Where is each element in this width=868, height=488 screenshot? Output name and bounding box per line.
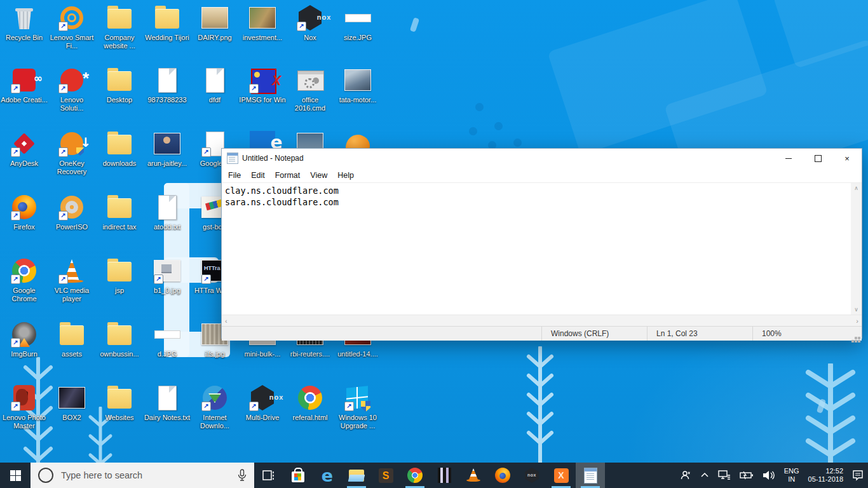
desktop-icon-downloads-folder[interactable]: downloads xyxy=(96,130,143,168)
desktop-icon-lenovo-smart-fill[interactable]: Lenovo Smart Fi... xyxy=(48,4,95,50)
action-center-icon xyxy=(852,470,864,481)
ownbussin-folder-icon xyxy=(105,320,133,348)
desktop-icon-recycle-bin[interactable]: Recycle Bin xyxy=(1,4,48,42)
nox-player-icon: nox xyxy=(524,468,539,483)
desktop-icon-wedding-tijori-folder[interactable]: Wedding Tijori xyxy=(144,4,191,42)
search-input[interactable] xyxy=(60,470,230,481)
desktop-icon-assets-folder[interactable]: assets xyxy=(48,320,95,358)
desktop-icon-anydesk[interactable]: AnyDesk xyxy=(1,130,48,168)
desktop-icon-label: Lenovo Smart Fi... xyxy=(48,34,95,50)
websites-folder-icon xyxy=(105,384,133,412)
taskbar-app-sublime-text[interactable]: S xyxy=(371,463,400,488)
action-center-button[interactable] xyxy=(848,463,868,488)
taskbar-app-nox-player[interactable]: nox xyxy=(517,463,546,488)
start-button[interactable] xyxy=(0,463,31,488)
desktop-icon-investment-image[interactable]: investment... xyxy=(239,4,286,42)
taskbar-app-vlc[interactable] xyxy=(459,463,488,488)
resize-grip[interactable] xyxy=(858,337,860,339)
shortcut-arrow-icon xyxy=(201,147,211,157)
notepad-titlebar[interactable]: Untitled - Notepad × xyxy=(222,149,862,168)
menu-file[interactable]: File xyxy=(223,169,246,182)
notepad-app-icon xyxy=(227,152,238,164)
investment-image-icon xyxy=(248,4,276,32)
desktop-icon-company-website-folder[interactable]: Company website ... xyxy=(96,4,143,50)
taskbar-app-notepad[interactable] xyxy=(576,463,605,488)
desktop-icon-internet-download-manager[interactable]: Internet Downlo... xyxy=(191,384,238,430)
network-button[interactable] xyxy=(714,463,735,488)
people-button[interactable] xyxy=(675,463,696,488)
media-app-h-icon xyxy=(438,468,451,483)
desktop-icon-atodd-txt[interactable]: atodd.txt xyxy=(144,193,191,231)
taskbar-app-media-app-h[interactable] xyxy=(430,463,459,488)
microphone-icon[interactable] xyxy=(238,469,247,482)
desktop-icon-referal-html[interactable]: referal.html xyxy=(287,384,334,422)
desktop-icon-websites-folder[interactable]: Websites xyxy=(96,384,143,422)
show-hidden-icons-button[interactable] xyxy=(696,463,714,488)
desktop-icon-onekey-recovery[interactable]: ↓OneKey Recovery xyxy=(48,130,95,176)
desktop-icon-multi-drive[interactable]: noxMulti-Drive xyxy=(239,384,286,422)
language-indicator[interactable]: ENG IN xyxy=(780,463,804,488)
taskbar-search[interactable] xyxy=(31,463,254,488)
desktop-icon-lenovo-solution[interactable]: *Lenovo Soluti... xyxy=(48,66,95,112)
desktop-icon-d-jpg[interactable]: d.JPG xyxy=(144,320,191,358)
desktop-icon-label: Company website ... xyxy=(96,34,143,50)
desktop-icon-imgburn[interactable]: ImgBurn xyxy=(1,320,48,358)
taskbar-app-xampp[interactable]: X xyxy=(546,463,576,488)
menu-format[interactable]: Format xyxy=(270,169,306,182)
menu-help[interactable]: Help xyxy=(332,169,359,182)
desktop-icon-tata-motors-image[interactable]: tata-motor... xyxy=(334,66,381,104)
desktop-icon-firefox[interactable]: Firefox xyxy=(1,193,48,231)
box2-image-icon xyxy=(58,384,86,412)
horizontal-scrollbar[interactable]: ‹ › xyxy=(222,315,862,326)
desktop-icon-jsp-folder[interactable]: jsp xyxy=(96,257,143,295)
taskbar-app-chrome[interactable] xyxy=(400,463,430,488)
desktop-icon-phone-number-doc[interactable]: 9873788233 xyxy=(144,66,191,104)
firefox-icon xyxy=(495,468,510,483)
maximize-button[interactable] xyxy=(803,149,832,168)
taskbar-app-microsoft-store[interactable] xyxy=(283,463,313,488)
desktop-icon-size-jpg[interactable]: size.JPG xyxy=(334,4,381,42)
vertical-scrollbar[interactable]: ∧ ∨ xyxy=(851,183,862,315)
desktop-icon-dairy-notes-txt[interactable]: Dairy Notes.txt xyxy=(144,384,191,422)
office-2016-cmd-icon xyxy=(296,66,324,94)
desktop-icon-lenovo-photo-master[interactable]: Lenovo Photo Master xyxy=(1,384,48,430)
battery-icon xyxy=(740,471,754,480)
scroll-up-icon[interactable]: ∧ xyxy=(854,183,858,193)
sublime-text-icon: S xyxy=(379,468,393,483)
desktop-icon-arun-jaitley-image[interactable]: arun-jaitley... xyxy=(144,130,191,168)
taskbar-app-edge[interactable]: e xyxy=(313,463,342,488)
close-button[interactable]: × xyxy=(832,149,862,168)
desktop-icon-poweriso[interactable]: PowerISO xyxy=(48,193,95,231)
desktop-icon-indirect-tax-folder[interactable]: indirect tax xyxy=(96,193,143,231)
desktop-icon-windows10-upgrade[interactable]: Windows 10 Upgrade ... xyxy=(334,384,381,430)
menu-view[interactable]: View xyxy=(305,169,332,182)
desktop-icon-ipmsg-for-win[interactable]: XIPMSG for Win xyxy=(239,66,286,104)
desktop-icon-ownbussin-folder[interactable]: ownbussin... xyxy=(96,320,143,358)
desktop-icon-label: 9873788233 xyxy=(144,96,191,104)
desktop-icon-dairy-png[interactable]: DAIRY.png xyxy=(191,4,238,42)
desktop-icon-nox-app[interactable]: noxNox xyxy=(287,4,334,42)
minimize-button[interactable] xyxy=(774,149,803,168)
menu-edit[interactable]: Edit xyxy=(246,169,270,182)
shortcut-arrow-icon xyxy=(11,338,20,348)
shortcut-arrow-icon xyxy=(58,274,68,284)
desktop-icon-desktop-folder[interactable]: Desktop xyxy=(96,66,143,104)
taskbar-app-firefox[interactable] xyxy=(488,463,517,488)
desktop-icon-dfdf-doc[interactable]: dfdf xyxy=(191,66,238,104)
desktop-icon-b1-0-jpg[interactable]: b1_0.jpg xyxy=(144,257,191,295)
desktop-icon-vlc-media-player[interactable]: VLC media player xyxy=(48,257,95,303)
task-view-button[interactable] xyxy=(254,463,283,488)
desktop-icon-box2-image[interactable]: BOX2 xyxy=(48,384,95,422)
desktop-icon-adobe-creative-cloud[interactable]: ∞Adobe Creati... xyxy=(1,66,48,104)
volume-button[interactable] xyxy=(758,463,780,488)
desktop-icon-office-2016-cmd[interactable]: office 2016.cmd xyxy=(287,66,334,112)
scroll-down-icon[interactable]: ∨ xyxy=(854,304,858,315)
taskbar-app-icons: eSnoxX xyxy=(283,463,605,488)
battery-button[interactable] xyxy=(735,463,758,488)
desktop-icon-google-chrome[interactable]: Google Chrome xyxy=(1,257,48,303)
scroll-right-icon[interactable]: › xyxy=(853,317,862,325)
scroll-left-icon[interactable]: ‹ xyxy=(222,317,231,325)
text-editor-area[interactable]: clay.ns.cloudflare.comsara.ns.cloudflare… xyxy=(222,183,851,315)
clock[interactable]: 12:52 05-11-2018 xyxy=(804,463,848,488)
taskbar-app-file-explorer[interactable] xyxy=(342,463,371,488)
